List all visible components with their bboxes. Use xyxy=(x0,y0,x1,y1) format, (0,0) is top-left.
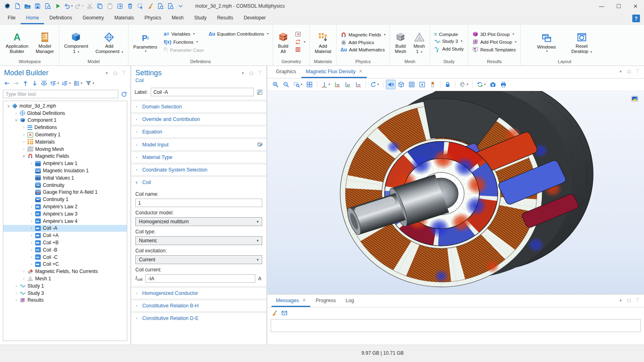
show-color-legend-button[interactable] xyxy=(428,80,438,89)
float-panel-icon[interactable]: ▢ xyxy=(627,69,631,74)
tree-item-mesh-1[interactable]: ›Mesh 1 xyxy=(3,275,127,282)
add-study-button[interactable]: Add Study xyxy=(432,46,466,53)
maximize-button[interactable]: ☐ xyxy=(610,0,627,12)
menu-developer[interactable]: Developer xyxy=(238,12,271,24)
pin-panel-icon[interactable]: ⏉ xyxy=(121,71,126,75)
tree-item-component-1[interactable]: ∨Component 1 xyxy=(3,117,127,124)
cut-button[interactable] xyxy=(85,1,95,11)
tree-item-amp-re-s-law-2[interactable]: ›Ampère's Law 2 xyxy=(3,203,127,210)
menu-home[interactable]: Home xyxy=(21,12,44,24)
add-component-button[interactable]: Add Component ▾ xyxy=(93,30,126,55)
pin-panel-icon[interactable]: ⏉ xyxy=(635,69,640,74)
view-xy-button[interactable] xyxy=(333,80,342,89)
chevron-collapsed-icon[interactable]: › xyxy=(13,291,19,295)
graphics-tab-magnetic-flux-density[interactable]: Magnetic Flux Density✕ xyxy=(301,66,367,78)
paste-button[interactable] xyxy=(105,1,115,11)
tree-item-coil-a[interactable]: ›Coil +A xyxy=(3,232,127,239)
chevron-collapsed-icon[interactable]: › xyxy=(29,219,34,223)
refresh-icon[interactable] xyxy=(121,91,127,97)
menu-definitions[interactable]: Definitions xyxy=(44,12,77,24)
menu-materials[interactable]: Materials xyxy=(109,12,139,24)
save-preview-button[interactable] xyxy=(43,1,53,11)
tree-item-coil-b[interactable]: ›Coil +B xyxy=(3,239,127,246)
image-snapshot-button[interactable] xyxy=(488,80,498,89)
section-domain-selection[interactable]: ›Domain Selection xyxy=(131,102,266,112)
undo-button[interactable]: ▾ xyxy=(63,1,74,11)
section-constitutive-relation-d-e[interactable]: ›Constitutive Relation D-E xyxy=(131,313,266,324)
section-coordinate-system-selection[interactable]: ›Coordinate System Selection xyxy=(131,165,266,175)
model-tree-node-text-button[interactable]: ▾ xyxy=(72,79,84,88)
menu-results[interactable]: Results xyxy=(212,12,238,24)
pin-panel-icon[interactable]: ⏉ xyxy=(257,71,262,75)
build-all-button[interactable]: Build All xyxy=(275,30,291,55)
chevron-collapsed-icon[interactable]: › xyxy=(29,255,34,259)
show-button[interactable] xyxy=(40,79,48,88)
app-logo-button[interactable] xyxy=(2,1,12,11)
chevron-expanded-icon[interactable]: ∨ xyxy=(13,118,19,122)
section-override-and-contribution[interactable]: ›Override and Contribution xyxy=(131,114,266,125)
tree-item-global-definitions[interactable]: ›Global Definitions xyxy=(3,110,127,117)
delete-button[interactable] xyxy=(125,1,135,11)
move-up-button[interactable] xyxy=(21,79,30,88)
pentable-icon[interactable] xyxy=(257,142,263,148)
parameter-case-button[interactable]: PiParameter Case xyxy=(162,46,206,54)
tree-item-magnetic-fields-no-currents[interactable]: ›Magnetic Fields, No Currents xyxy=(3,268,127,275)
menu-mesh[interactable]: Mesh xyxy=(166,12,189,24)
move-down-button[interactable] xyxy=(30,79,39,88)
windows-button[interactable]: Windows ▾ xyxy=(534,30,559,53)
tree-item-gauge-fixing-for-a-field-1[interactable]: Gauge Fixing for A-field 1 xyxy=(3,189,127,196)
tree-item-motor-3d-2-mph[interactable]: ∨motor_3d_2.mph xyxy=(3,102,127,110)
tree-item-coil-c[interactable]: ›Coil -C xyxy=(3,254,127,261)
update-plot-button[interactable]: ▾ xyxy=(475,80,487,89)
tree-item-magnetic-insulation-1[interactable]: Magnetic Insulation 1 xyxy=(3,167,127,174)
physics-interface-button[interactable]: Magnetic Fields▾ xyxy=(339,32,388,38)
section-equation[interactable]: ›Equation xyxy=(131,127,266,137)
run-button[interactable] xyxy=(53,1,63,11)
tree-item-coil-c[interactable]: ›Coil +C xyxy=(3,261,127,268)
menu-file[interactable]: File xyxy=(2,12,21,24)
chevron-collapsed-icon[interactable]: › xyxy=(21,147,27,151)
transparency-button[interactable] xyxy=(396,80,406,89)
chevron-collapsed-icon[interactable]: › xyxy=(21,133,27,137)
chevron-collapsed-icon[interactable]: › xyxy=(13,284,19,288)
label-input[interactable] xyxy=(151,88,254,96)
new-file-button[interactable] xyxy=(13,1,22,11)
duplicate-button[interactable] xyxy=(115,1,125,11)
zoom-box-button[interactable]: ▾ xyxy=(292,80,304,89)
float-panel-icon[interactable]: ▢ xyxy=(627,298,631,303)
tree-item-definitions[interactable]: ›Definitions xyxy=(3,124,127,131)
conductor-model-select[interactable]: Homogenized multiturn▾ xyxy=(135,217,262,226)
reset-desktop-button[interactable]: Reset Desktop ▾ xyxy=(568,30,595,55)
customize-quick-access-button[interactable] xyxy=(176,1,185,11)
graphics-canvas[interactable] xyxy=(267,91,644,294)
menu-study[interactable]: Study xyxy=(189,12,212,24)
chevron-collapsed-icon[interactable]: › xyxy=(29,248,34,252)
scene-light-button[interactable] xyxy=(386,80,396,89)
coil-current-input[interactable] xyxy=(145,274,255,283)
select-node-button[interactable] xyxy=(135,1,145,11)
coil-excitation-select[interactable]: Current▾ xyxy=(135,255,262,264)
section-material-type[interactable]: ›Material Type xyxy=(131,152,266,163)
open-message-log-button[interactable] xyxy=(281,310,288,316)
add-plot-group-button[interactable]: Add Plot Group▾ xyxy=(470,38,519,45)
chevron-collapsed-icon[interactable]: › xyxy=(29,226,34,230)
add-physics-button[interactable]: Add Physics xyxy=(339,39,388,46)
print-button[interactable] xyxy=(499,80,508,89)
add-mathematics-button[interactable]: ΔuAdd Mathematics xyxy=(339,47,388,53)
chevron-collapsed-icon[interactable]: › xyxy=(29,212,34,216)
pin-panel-icon[interactable]: ⏉ xyxy=(635,298,640,303)
clear-messages-button[interactable] xyxy=(271,310,278,316)
tree-item-amp-re-s-law-4[interactable]: ›Ampère's Law 4 xyxy=(3,218,127,225)
messages-tab-progress[interactable]: Progress xyxy=(311,295,340,307)
tree-item-coil-a[interactable]: ›Coil -A xyxy=(3,225,127,232)
find-button[interactable] xyxy=(156,1,165,11)
filter-input[interactable] xyxy=(3,90,118,98)
model-manager-button[interactable]: Model Manager xyxy=(33,30,57,55)
rebuild-geometry-button[interactable]: ▾ xyxy=(293,38,307,45)
forward-button[interactable] xyxy=(12,79,21,88)
show-in-model-builder-icon[interactable] xyxy=(257,89,263,95)
chevron-collapsed-icon[interactable]: › xyxy=(21,140,27,144)
panel-menu-icon[interactable]: ▾ xyxy=(104,71,109,75)
tree-item-results[interactable]: ›Results xyxy=(3,297,127,304)
graphics-tab-graphics[interactable]: Graphics xyxy=(271,66,301,78)
